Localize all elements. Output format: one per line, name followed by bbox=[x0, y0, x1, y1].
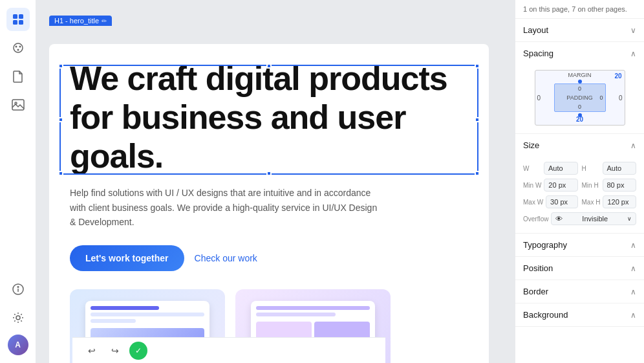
card-line bbox=[91, 306, 159, 310]
overflow-eye-icon: 👁 bbox=[555, 215, 563, 223]
section-layout-label: Layout bbox=[523, 25, 548, 35]
handle-mr[interactable] bbox=[475, 117, 480, 122]
padding-inner-bottom-value: 0 bbox=[578, 104, 581, 110]
hero-subtitle: Help find solutions with UI / UX designs… bbox=[70, 186, 380, 229]
size-field-minh: Min H 80 px bbox=[582, 179, 637, 192]
svg-point-5 bbox=[15, 46, 17, 48]
overflow-chevron-icon: ∨ bbox=[627, 215, 632, 222]
section-size: Size ∧ W Auto H Auto Min W 20 px Min H bbox=[515, 134, 644, 234]
section-position-label: Position bbox=[523, 263, 553, 273]
card-line bbox=[256, 313, 336, 316]
section-position-header[interactable]: Position ∧ bbox=[515, 257, 644, 280]
svg-point-4 bbox=[14, 43, 23, 52]
canvas-area: H1 - hero_title ✏ We craft digital produ… bbox=[36, 0, 515, 363]
svg-point-12 bbox=[17, 287, 19, 288]
padding-label: PADDING bbox=[566, 94, 592, 101]
svg-point-7 bbox=[17, 49, 19, 51]
size-label-w: W bbox=[523, 165, 541, 172]
margin-label: MARGIN bbox=[568, 72, 592, 78]
section-border: Border ∧ bbox=[515, 280, 644, 303]
sidebar-icon-file[interactable] bbox=[6, 65, 30, 88]
size-field-maxw: Max W 30 px bbox=[523, 195, 578, 208]
size-value-w[interactable]: Auto bbox=[544, 162, 578, 175]
svg-rect-3 bbox=[19, 20, 23, 25]
size-value-maxh[interactable]: 120 px bbox=[603, 195, 636, 208]
section-size-content: W Auto H Auto Min W 20 px Min H 80 px Ma… bbox=[515, 157, 644, 233]
section-typography-chevron: ∧ bbox=[630, 241, 636, 250]
handle-tl[interactable] bbox=[58, 63, 63, 69]
section-layout-chevron: ∨ bbox=[630, 26, 636, 35]
card-line bbox=[91, 313, 204, 316]
sidebar-icon-palette[interactable] bbox=[6, 36, 30, 60]
svg-rect-1 bbox=[19, 14, 23, 19]
size-value-maxw[interactable]: 30 px bbox=[546, 195, 577, 208]
handle-tr[interactable] bbox=[475, 63, 480, 69]
margin-top-value: 20 bbox=[614, 72, 621, 80]
size-field-maxh: Max H 120 px bbox=[582, 195, 637, 208]
section-border-chevron: ∧ bbox=[630, 287, 636, 296]
section-spacing-content: MARGIN 20 20 0 0 0 0 0 PADDING bbox=[515, 65, 644, 133]
padding-inner-right-value: 0 bbox=[599, 94, 603, 101]
bottom-toolbar: ↩ ↪ ✓ bbox=[72, 337, 385, 363]
svg-point-6 bbox=[19, 46, 21, 48]
confirm-button[interactable]: ✓ bbox=[129, 342, 147, 360]
section-background-chevron: ∧ bbox=[630, 311, 636, 320]
handle-ml[interactable] bbox=[58, 117, 63, 122]
cta-button-group: Let's work together Check our work bbox=[70, 245, 468, 271]
sidebar-icon-settings[interactable] bbox=[6, 306, 30, 329]
svg-rect-8 bbox=[12, 100, 24, 110]
section-background-header[interactable]: Background ∧ bbox=[515, 303, 644, 326]
size-fields-grid: W Auto H Auto Min W 20 px Min H 80 px Ma… bbox=[523, 162, 636, 208]
undo-button[interactable]: ↩ bbox=[83, 342, 101, 360]
section-position-chevron: ∧ bbox=[630, 264, 636, 273]
section-background: Background ∧ bbox=[515, 303, 644, 327]
size-value-minh[interactable]: 80 px bbox=[603, 179, 637, 192]
handle-bl[interactable] bbox=[58, 171, 63, 176]
size-field-minw: Min W 20 px bbox=[523, 179, 578, 192]
size-label-maxw: Max W bbox=[523, 199, 543, 206]
section-spacing: Spacing ∧ MARGIN 20 20 0 0 0 0 0 bbox=[515, 42, 644, 134]
handle-br[interactable] bbox=[475, 171, 480, 176]
section-typography-label: Typography bbox=[523, 240, 567, 250]
section-border-label: Border bbox=[523, 287, 548, 296]
section-spacing-label: Spacing bbox=[523, 49, 553, 58]
section-typography: Typography ∧ bbox=[515, 234, 644, 257]
section-size-header[interactable]: Size ∧ bbox=[515, 134, 644, 157]
section-spacing-header[interactable]: Spacing ∧ bbox=[515, 42, 644, 65]
primary-cta-button[interactable]: Let's work together bbox=[70, 245, 184, 271]
svg-rect-0 bbox=[13, 14, 17, 19]
avatar[interactable]: A bbox=[8, 335, 28, 355]
hero-title[interactable]: We craft digital products for business a… bbox=[70, 60, 468, 175]
section-size-label: Size bbox=[523, 140, 539, 150]
element-tag: H1 - hero_title ✏ bbox=[49, 16, 112, 26]
card-line bbox=[91, 319, 136, 323]
right-properties-panel: 1 on this page, 7 on other pages. Layout… bbox=[515, 0, 644, 363]
section-layout-header[interactable]: Layout ∨ bbox=[515, 19, 644, 41]
size-field-w: W Auto bbox=[523, 162, 578, 175]
margin-right-value: 0 bbox=[619, 94, 623, 102]
section-background-label: Background bbox=[523, 310, 568, 320]
overflow-select[interactable]: 👁 Invisible ∨ bbox=[551, 212, 636, 225]
size-label-h: H bbox=[582, 165, 600, 172]
secondary-cta-button[interactable]: Check our work bbox=[195, 245, 257, 271]
size-value-h[interactable]: Auto bbox=[603, 162, 637, 175]
sidebar-icon-info[interactable] bbox=[6, 278, 30, 301]
section-border-header[interactable]: Border ∧ bbox=[515, 280, 644, 303]
overflow-row: Overflow 👁 Invisible ∨ bbox=[523, 212, 636, 225]
redo-button[interactable]: ↪ bbox=[106, 342, 124, 360]
padding-inner-top-value: 0 bbox=[578, 85, 581, 92]
size-label-maxh: Max H bbox=[582, 199, 601, 206]
size-field-h: H Auto bbox=[582, 162, 637, 175]
sidebar-icon-grid[interactable] bbox=[6, 8, 30, 31]
section-position: Position ∧ bbox=[515, 257, 644, 280]
section-spacing-chevron: ∧ bbox=[630, 49, 636, 58]
edit-tag-icon[interactable]: ✏ bbox=[102, 17, 107, 25]
size-value-minw[interactable]: 20 px bbox=[544, 179, 577, 192]
section-typography-header[interactable]: Typography ∧ bbox=[515, 234, 644, 256]
panel-info-bar: 1 on this page, 7 on other pages. bbox=[515, 0, 644, 19]
section-layout: Layout ∨ bbox=[515, 19, 644, 42]
svg-point-13 bbox=[16, 316, 20, 320]
svg-rect-2 bbox=[13, 20, 17, 25]
overflow-value: Invisible bbox=[582, 215, 608, 223]
sidebar-icon-image[interactable] bbox=[6, 93, 30, 116]
